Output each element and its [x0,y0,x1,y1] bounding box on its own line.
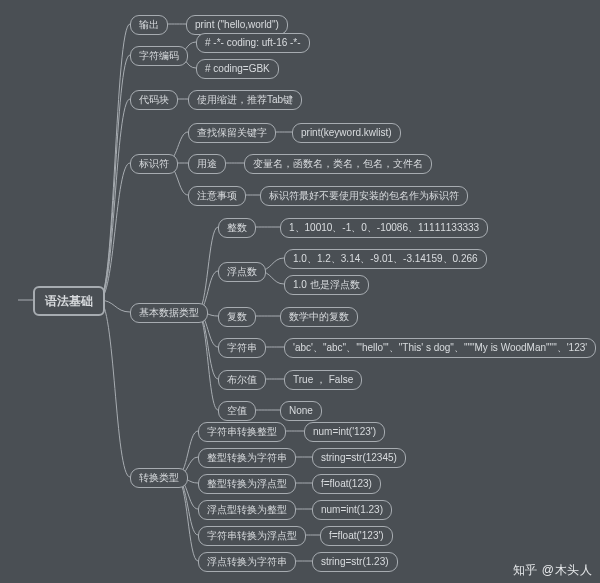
root-node[interactable]: 语法基础 [33,286,105,316]
node-none[interactable]: 空值 [218,401,256,421]
branch-output[interactable]: 输出 [130,15,168,35]
node-complex[interactable]: 复数 [218,307,256,327]
leaf-float-examples[interactable]: 1.0、1.2、3.14、-9.01、-3.14159、0.266 [284,249,487,269]
leaf-int-to-str-code[interactable]: string=str(12345) [312,448,406,468]
leaf-codeblock-indent[interactable]: 使用缩进，推荐Tab键 [188,90,302,110]
branch-codeblock[interactable]: 代码块 [130,90,178,110]
node-identifier-note[interactable]: 注意事项 [188,186,246,206]
leaf-encoding-gbk[interactable]: # coding=GBK [196,59,279,79]
leaf-str-to-int-code[interactable]: num=int('123') [304,422,385,442]
leaf-int-to-float-code[interactable]: f=float(123) [312,474,381,494]
leaf-int-examples[interactable]: 1、10010、-1、0、-10086、11111133333 [280,218,488,238]
node-identifier-usage[interactable]: 用途 [188,154,226,174]
node-int[interactable]: 整数 [218,218,256,238]
node-int-to-str[interactable]: 整型转换为字符串 [198,448,296,468]
leaf-complex-detail[interactable]: 数学中的复数 [280,307,358,327]
leaf-identifier-kwlist[interactable]: print(keyword.kwlist) [292,123,401,143]
node-float-to-str[interactable]: 浮点转换为字符串 [198,552,296,572]
leaf-float-note[interactable]: 1.0 也是浮点数 [284,275,369,295]
branch-datatypes[interactable]: 基本数据类型 [130,303,208,323]
branch-encoding[interactable]: 字符编码 [130,46,188,66]
node-str-to-int[interactable]: 字符串转换整型 [198,422,286,442]
node-string[interactable]: 字符串 [218,338,266,358]
leaf-none-value[interactable]: None [280,401,322,421]
leaf-string-examples[interactable]: 'abc'、"abc"、'''hello'''、"This' s dog"、""… [284,338,596,358]
node-float[interactable]: 浮点数 [218,262,266,282]
node-int-to-float[interactable]: 整型转换为浮点型 [198,474,296,494]
leaf-encoding-utf16[interactable]: # -*- coding: uft-16 -*- [196,33,310,53]
leaf-identifier-note-detail[interactable]: 标识符最好不要使用安装的包名作为标识符 [260,186,468,206]
leaf-identifier-usage-detail[interactable]: 变量名，函数名，类名，包名，文件名 [244,154,432,174]
node-identifier-lookup[interactable]: 查找保留关键字 [188,123,276,143]
node-str-to-float[interactable]: 字符串转换为浮点型 [198,526,306,546]
mindmap-canvas: 语法基础 输出 print ("hello,world") 字符编码 # -*-… [0,0,600,583]
branch-identifier[interactable]: 标识符 [130,154,178,174]
leaf-float-to-str-code[interactable]: string=str(1.23) [312,552,398,572]
node-float-to-int[interactable]: 浮点型转换为整型 [198,500,296,520]
leaf-str-to-float-code[interactable]: f=float('123') [320,526,393,546]
leaf-output-example[interactable]: print ("hello,world") [186,15,288,35]
watermark: 知乎 @木头人 [513,562,592,579]
leaf-float-to-int-code[interactable]: num=int(1.23) [312,500,392,520]
leaf-bool-values[interactable]: True ， False [284,370,362,390]
branch-conversion[interactable]: 转换类型 [130,468,188,488]
node-bool[interactable]: 布尔值 [218,370,266,390]
